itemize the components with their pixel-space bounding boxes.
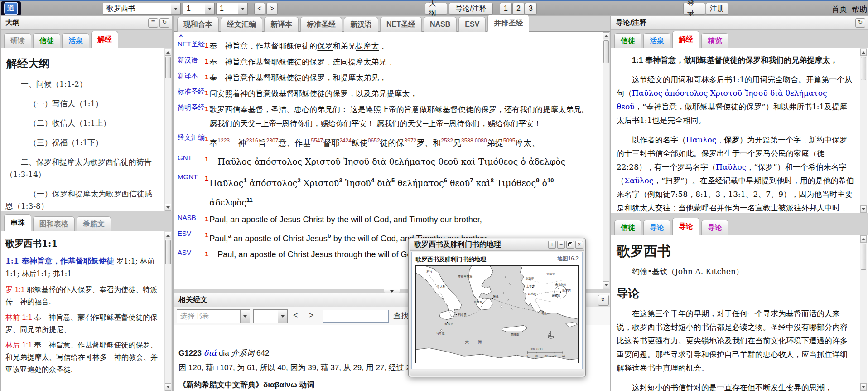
map-window-resize-bar[interactable] [410,371,584,376]
version-label[interactable]: 经文汇编 [178,132,205,151]
restore-icon[interactable] [566,241,574,249]
layout-button-2[interactable]: 2 [512,3,525,15]
bible-scrollbar-thumb[interactable] [603,40,609,63]
version-label[interactable]: 新译本 [178,71,205,85]
commentary-tab-2[interactable]: 解经 [672,31,699,48]
refresh-icon[interactable]: ↻ [855,18,865,28]
collapse-panel-button[interactable]: » [598,295,609,306]
chevron-down-icon[interactable] [238,3,247,14]
related-prev-button[interactable]: < [293,311,298,320]
register-button[interactable]: 注册 [706,3,728,15]
xref-tab-0[interactable]: 串珠 [4,214,31,231]
intro-tab-3[interactable]: 导论 [701,220,728,235]
scroll-down-icon[interactable] [165,383,171,391]
scroll-down-icon[interactable] [165,204,171,211]
xref-scrollbar-thumb[interactable] [165,240,171,264]
related-book-select[interactable]: 选择书卷 ... [177,309,250,323]
intro-tab-2[interactable]: 导论 [672,218,699,235]
outline-scrollbar[interactable] [164,48,172,211]
version-label[interactable]: NET圣经 [178,39,205,53]
book-select[interactable]: 歌罗西书 [103,3,181,15]
xref-ref-link[interactable]: 林后 1:1 [5,341,34,349]
intro-tab-0[interactable]: 信徒 [614,220,641,235]
refresh-icon[interactable]: ↻ [159,18,169,28]
outline-tab-3[interactable]: 解经 [91,31,118,48]
scroll-up-icon[interactable] [860,49,867,56]
xref-ref-link[interactable]: 罗 1:1 [5,286,27,293]
version-label[interactable]: GNT [178,153,205,170]
commentary-tab-3[interactable]: 精览 [701,33,728,48]
layout-button-1[interactable]: 1 [500,3,512,15]
xref-ref-link[interactable]: 林前 1:1 [5,313,34,321]
version-label[interactable]: 新汉语 [178,55,205,69]
login-button[interactable]: 登录 [683,3,705,15]
chevron-down-icon[interactable] [205,3,214,14]
intro-scrollbar-thumb[interactable] [861,244,866,270]
map-window-titlebar[interactable]: 歌罗西书及腓利门书的地理 +−× [410,239,584,251]
version-label[interactable]: MGNT [178,172,205,211]
version-tab-8[interactable]: 并排圣经 [487,15,529,32]
verse-number[interactable]: 1 [205,248,208,262]
verse-number[interactable]: 1 [205,229,208,246]
commentary-scrollbar[interactable] [860,48,867,213]
outline-tab-1[interactable]: 信徒 [33,33,60,48]
verse-number[interactable]: 1 [205,87,208,101]
verse-number[interactable]: 1 [205,132,208,151]
version-label[interactable]: NASB [178,213,205,227]
verse-number[interactable]: 1 [205,71,208,85]
chevron-down-icon[interactable] [171,3,180,14]
verse-select[interactable]: 1 [216,3,248,15]
commentary-scrollbar-thumb[interactable] [861,57,866,80]
outline-item-5[interactable]: （一）保罗和提摩太为歌罗西信徒感恩（1:3-8） [5,188,159,211]
outline-item-4[interactable]: 二、保罗和提摩太为歌罗西信徒的祷告（1:3-14） [5,156,159,181]
version-tab-2[interactable]: 新译本 [264,17,299,32]
version-label[interactable]: 简明圣经 [178,103,205,131]
version-tab-0[interactable]: 现和合本 [177,17,219,32]
scroll-down-icon[interactable] [860,383,867,391]
outline-panel-toggle-button[interactable]: 大纲 [425,3,447,15]
scroll-up-icon[interactable] [860,235,867,243]
related-next-button[interactable]: > [309,311,314,320]
prev-chapter-button[interactable]: < [254,3,265,15]
layout-button-3[interactable]: 3 [525,3,537,15]
version-label[interactable]: ASV [178,248,205,262]
verse-number[interactable]: 1 [205,55,208,69]
zoom-out-icon[interactable]: − [557,241,565,249]
scroll-up-icon[interactable] [603,32,609,39]
version-tab-5[interactable]: NET圣经 [380,17,422,32]
version-tab-4[interactable]: 新汉语 [344,17,378,32]
xref-tab-1[interactable]: 图和表格 [33,216,75,231]
version-tab-3[interactable]: 标准圣经 [300,17,342,32]
lexicon-entry[interactable]: G1223 διά dia 介系词 642 [178,348,269,358]
intro-tab-1[interactable]: 导论 [643,220,670,235]
outline-item-3[interactable]: （三）祝福（1:1下） [5,137,159,149]
scroll-down-icon[interactable] [860,205,867,213]
app-logo[interactable]: 道 [1,1,21,15]
outline-item-0[interactable]: 一、问候（1:1-2） [5,78,159,90]
verse-number[interactable]: 1 [205,103,208,131]
related-search-input[interactable] [323,310,389,323]
bible-scrollbar[interactable] [603,32,610,289]
zoom-in-icon[interactable]: + [548,241,556,249]
related-search-button[interactable]: 查找 [393,311,409,321]
collapse-handle[interactable] [384,289,400,294]
outline-scrollbar-thumb[interactable] [165,57,171,78]
scroll-up-icon[interactable] [165,49,171,56]
commentary-tab-1[interactable]: 活泉 [643,33,670,48]
next-chapter-button[interactable]: > [266,3,278,15]
scroll-down-icon[interactable] [603,281,609,288]
verse-number[interactable]: 1 [205,153,208,170]
map-window[interactable]: 歌罗西书及腓利门书的地理 +−× 地图16.2 歌罗西书及腓利门书的地理 [408,238,586,377]
list-icon[interactable]: ≣ [148,18,158,28]
close-icon[interactable]: × [575,241,583,249]
version-tab-1[interactable]: 经文汇编 [221,17,262,32]
chevron-down-icon[interactable] [278,310,287,323]
version-label[interactable]: 本 [178,32,205,37]
xref-scrollbar[interactable] [164,231,172,391]
verse-number[interactable]: 1 [205,172,208,211]
help-link[interactable]: 帮助 [852,4,867,15]
outline-item-1[interactable]: （一）写信人（1:1） [5,98,159,110]
verse-number[interactable]: 1 [205,39,208,53]
intro-panel-toggle-button[interactable]: 导论/注释 [449,3,493,15]
version-label[interactable]: 标准圣经 [178,87,205,101]
